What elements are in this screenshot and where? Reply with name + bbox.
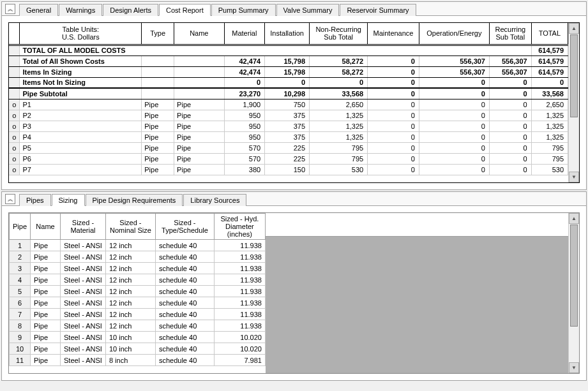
col-s-nominal[interactable]: Sized - Nominal Size [105,214,155,240]
cost-report-content: Table Units: U.S. Dollars Type Name Mate… [2,16,586,189]
sizing-empty-area [266,213,579,373]
scroll-thumb[interactable] [570,34,578,117]
sizing-table: Pipe Name Sized - Material Sized - Nomin… [9,213,266,366]
cost-scrollbar[interactable]: ▲ ▼ [568,23,579,182]
scroll-down-icon[interactable]: ▼ [569,362,579,373]
cost-row[interactable]: TOTAL OF ALL MODEL COSTS614,579 [9,45,568,55]
tab-sizing[interactable]: Sizing [52,194,85,206]
cost-header-row: Table Units: U.S. Dollars Type Name Mate… [9,23,568,45]
tab-design-alerts[interactable]: Design Alerts [103,4,158,16]
cost-row[interactable]: oP5PipePipe570225795000795 [9,142,568,153]
sizing-row[interactable]: 4PipeSteel - ANSI12 inchschedule 4011.93… [10,274,266,286]
col-installation[interactable]: Installation [265,23,310,45]
sizing-row[interactable]: 1PipeSteel - ANSI12 inchschedule 4011.93… [10,240,266,251]
sizing-row[interactable]: 8PipeSteel - ANSI12 inchschedule 4011.93… [10,320,266,332]
tab-valve-summary[interactable]: Valve Summary [276,4,340,16]
cost-row[interactable]: Items In Sizing42,47415,79858,2720556,30… [9,66,568,77]
cost-grid: Table Units: U.S. Dollars Type Name Mate… [8,22,580,183]
sizing-scrollbar[interactable]: ▲ ▼ [568,213,579,373]
scroll-thumb[interactable] [570,225,578,327]
sizing-row[interactable]: 5PipeSteel - ANSI12 inchschedule 4011.93… [10,286,266,297]
col-nonrecurring[interactable]: Non-Recurring Sub Total [310,23,368,45]
cost-report-panel: ︽ GeneralWarningsDesign AlertsCost Repor… [1,1,587,190]
sizing-row[interactable]: 7PipeSteel - ANSI12 inchschedule 4011.93… [10,309,266,320]
col-s-schedule[interactable]: Sized - Type/Schedule [155,214,214,240]
sizing-grid: Pipe Name Sized - Material Sized - Nomin… [8,212,580,374]
col-maintenance[interactable]: Maintenance [368,23,419,45]
collapse-bottom-button[interactable]: ︽ [5,194,15,204]
cost-row[interactable]: oP6PipePipe570225795000795 [9,153,568,164]
tab-pipes[interactable]: Pipes [19,194,51,206]
col-name[interactable]: Name [174,23,224,45]
cost-row[interactable]: oP3PipePipe9503751,3250001,325 [9,121,568,131]
sizing-row[interactable]: 3PipeSteel - ANSI12 inchschedule 4011.93… [10,263,266,274]
sizing-row[interactable]: 10PipeSteel - ANSI10 inchschedule 4010.0… [10,343,266,355]
sizing-panel: ︽ PipesSizingPipe Design RequirementsLib… [1,191,587,381]
collapse-top-button[interactable]: ︽ [5,4,15,14]
col-material[interactable]: Material [224,23,265,45]
cost-table: Table Units: U.S. Dollars Type Name Mate… [9,23,568,175]
tab-library-sources[interactable]: Library Sources [183,194,246,206]
sizing-row[interactable]: 6PipeSteel - ANSI12 inchschedule 4011.93… [10,297,266,309]
cost-row[interactable]: Total of All Shown Costs42,47415,79858,2… [9,55,568,66]
cost-row[interactable]: Pipe Subtotal23,27010,29833,56800033,568 [9,88,568,99]
col-pipe[interactable]: Pipe [10,214,31,240]
sizing-header-row: Pipe Name Sized - Material Sized - Nomin… [10,214,266,240]
col-s-name[interactable]: Name [31,214,61,240]
col-type[interactable]: Type [142,23,174,45]
tab-general[interactable]: General [19,4,58,16]
row-header-spacer [9,23,20,45]
cost-row[interactable]: oP4PipePipe9503751,3250001,325 [9,131,568,142]
scroll-up-icon[interactable]: ▲ [569,23,579,34]
scroll-down-icon[interactable]: ▼ [569,172,579,182]
cost-row[interactable]: oP1PipePipe1,9007502,6500002,650 [9,99,568,110]
col-units[interactable]: Table Units: U.S. Dollars [20,23,142,45]
cost-row[interactable]: oP7PipePipe380150530000530 [9,164,568,175]
col-recurring[interactable]: Recurring Sub Total [489,23,531,45]
sizing-row[interactable]: 11PipeSteel - ANSI8 inchschedule 407.981 [10,355,266,366]
tab-pump-summary[interactable]: Pump Summary [211,4,276,16]
sizing-content: Pipe Name Sized - Material Sized - Nomin… [2,206,586,380]
col-s-material[interactable]: Sized - Material [61,214,106,240]
col-s-diameter[interactable]: Sized - Hyd. Diameter (inches) [214,214,265,240]
tab-reservoir-summary[interactable]: Reservoir Summary [340,4,416,16]
tab-pipe-design-requirements[interactable]: Pipe Design Requirements [86,194,183,206]
cost-row[interactable]: oP2PipePipe9503751,3250001,325 [9,110,568,121]
bottom-tab-row: ︽ PipesSizingPipe Design RequirementsLib… [2,192,586,206]
tab-cost-report[interactable]: Cost Report [159,4,211,16]
top-tab-row: ︽ GeneralWarningsDesign AlertsCost Repor… [2,2,586,16]
col-total[interactable]: TOTAL [531,23,568,45]
col-opEnergy[interactable]: Operation/Energy [419,23,489,45]
cost-row[interactable]: Items Not In Sizing0000000 [9,77,568,88]
sizing-row[interactable]: 9PipeSteel - ANSI10 inchschedule 4010.02… [10,332,266,343]
scroll-up-icon[interactable]: ▲ [569,213,579,224]
sizing-row[interactable]: 2PipeSteel - ANSI12 inchschedule 4011.93… [10,251,266,263]
tab-warnings[interactable]: Warnings [59,4,102,16]
